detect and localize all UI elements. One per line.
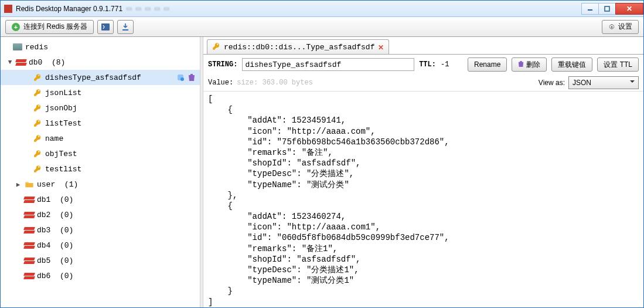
tab-label: redis::db0::dis...Type_asfsadfsdf (224, 43, 374, 52)
db-label: db5 (37, 256, 50, 265)
tabstrip: redis::db0::dis...Type_asfsadfsdf ✕ (203, 37, 643, 55)
db-icon (24, 195, 35, 204)
view-as-label: View as: (539, 79, 565, 87)
db-icon (24, 211, 35, 219)
db-count: (0) (60, 211, 73, 219)
key-icon (32, 73, 43, 82)
tree-db0[interactable]: ▼ db0 (8) (1, 55, 200, 70)
tree-db[interactable]: ▶db6 (0) (1, 268, 200, 283)
db-count: (0) (60, 226, 73, 235)
tree-key[interactable]: ▶ jsonObj (1, 100, 200, 116)
key-label: jsonList (45, 89, 196, 97)
key-icon (212, 42, 220, 52)
tree-db[interactable]: ▶db4 (0) (1, 238, 200, 253)
view-as-value: JSON (573, 79, 591, 87)
db-icon (24, 272, 35, 280)
tree-key[interactable]: ▶ objTest (1, 146, 200, 161)
settings-button[interactable]: 设置 (602, 20, 639, 34)
tree-folder-user[interactable]: ▶ user (1) (1, 177, 200, 192)
tree: ▶ redis ▼ db0 (8) ▶ dishesType_asfsadfsd… (1, 37, 200, 286)
minimize-button[interactable] (581, 3, 599, 15)
tree-key[interactable]: ▶ testlist (1, 161, 200, 177)
db-icon (24, 226, 35, 234)
trash-icon[interactable] (188, 73, 196, 82)
main-split: ▶ redis ▼ db0 (8) ▶ dishesType_asfsadfsd… (1, 37, 643, 307)
filter-icon[interactable] (176, 73, 185, 82)
db-count: (0) (60, 272, 73, 280)
window-title: Redis Desktop Manager 0.9.1.771 (16, 5, 122, 13)
svg-point-3 (611, 26, 613, 28)
tree-key[interactable]: ▶ name (1, 131, 200, 146)
value-text: [ { "addAt": 1523459141, "icon": "http:/… (203, 92, 643, 307)
tree-db[interactable]: ▶db3 (0) (1, 222, 200, 238)
db-label: db4 (37, 241, 50, 250)
server-icon (12, 43, 23, 50)
close-button[interactable]: ✕ (615, 3, 643, 15)
tree-key[interactable]: ▶ jsonList (1, 85, 200, 100)
sidebar[interactable]: ▶ redis ▼ db0 (8) ▶ dishesType_asfsadfsd… (1, 37, 200, 307)
key-icon (32, 134, 43, 143)
key-label: jsonObj (45, 104, 196, 113)
tab-key[interactable]: redis::db0::dis...Type_asfsadfsdf ✕ (207, 39, 389, 55)
view-as-select[interactable]: JSON (568, 76, 639, 89)
svg-point-5 (180, 77, 184, 81)
folder-label: user (37, 180, 55, 189)
twisty-icon[interactable]: ▶ (15, 181, 22, 188)
key-icon (32, 150, 43, 158)
db-label: db0 (29, 58, 42, 67)
toolbar: + 连接到 Redis 服务器 设置 (1, 17, 643, 37)
value-label: Value: (208, 79, 233, 87)
trash-icon (518, 60, 524, 69)
app-icon (4, 5, 12, 13)
set-ttl-button[interactable]: 设置 TTL (597, 57, 639, 72)
svg-rect-1 (605, 6, 609, 11)
twisty-icon[interactable]: ▼ (6, 59, 13, 66)
tree-db[interactable]: ▶db2 (0) (1, 207, 200, 222)
db-label: db2 (37, 211, 50, 219)
key-icon (32, 119, 43, 127)
app-window: Redis Desktop Manager 0.9.1.771 ▭▭▭▭▭ ✕ … (0, 0, 644, 308)
ttl-value: -1 (441, 60, 463, 69)
db-label: db6 (37, 272, 50, 280)
db-count: (0) (60, 195, 73, 204)
db-icon (24, 241, 35, 249)
connect-label: 连接到 Redis 服务器 (23, 22, 87, 32)
console-button[interactable] (97, 20, 114, 34)
content-pane: redis::db0::dis...Type_asfsadfsdf ✕ STRI… (203, 37, 643, 307)
tree-db[interactable]: ▶db5 (0) (1, 253, 200, 268)
key-icon (32, 104, 43, 112)
key-icon (32, 89, 43, 97)
ttl-label: TTL: (419, 60, 436, 69)
gear-icon (608, 23, 615, 31)
reload-button[interactable]: 重载键值 (551, 57, 592, 72)
rename-button[interactable]: Rename (468, 57, 507, 72)
tree-key[interactable]: ▶ listTest (1, 116, 200, 131)
titlebar: Redis Desktop Manager 0.9.1.771 ▭▭▭▭▭ ✕ (1, 1, 643, 17)
key-name-input[interactable] (242, 58, 414, 71)
svg-rect-2 (101, 23, 110, 31)
db-icon (16, 58, 26, 66)
tree-key-dishesType[interactable]: ▶ dishesType_asfsadfsdf (1, 70, 200, 85)
delete-button[interactable]: 删除 (512, 57, 547, 72)
db-label: db1 (37, 195, 50, 204)
tree-db[interactable]: ▶db1 (0) (1, 192, 200, 207)
key-label: name (45, 134, 196, 143)
import-button[interactable] (117, 20, 134, 34)
value-viewer[interactable]: [ { "addAt": 1523459141, "icon": "http:/… (203, 91, 643, 307)
value-bar: Value: size: 363.00 bytes View as: JSON (203, 75, 643, 91)
db-count: (0) (60, 241, 73, 250)
settings-label: 设置 (618, 22, 632, 32)
tab-close-icon[interactable]: ✕ (378, 43, 384, 52)
plus-icon: + (12, 23, 20, 31)
key-label: listTest (45, 119, 196, 128)
key-infobar: STRING: TTL: -1 Rename 删除 重载键值 设置 TTL (203, 55, 643, 75)
db-count: (8) (52, 58, 65, 67)
maximize-button[interactable] (598, 3, 616, 15)
window-controls: ✕ (582, 3, 643, 15)
db-count: (0) (60, 256, 73, 265)
connect-button[interactable]: + 连接到 Redis 服务器 (5, 20, 94, 34)
key-icon (32, 165, 43, 173)
tree-server[interactable]: ▶ redis (1, 39, 200, 55)
key-label: objTest (45, 150, 196, 158)
type-label: STRING: (208, 60, 237, 69)
